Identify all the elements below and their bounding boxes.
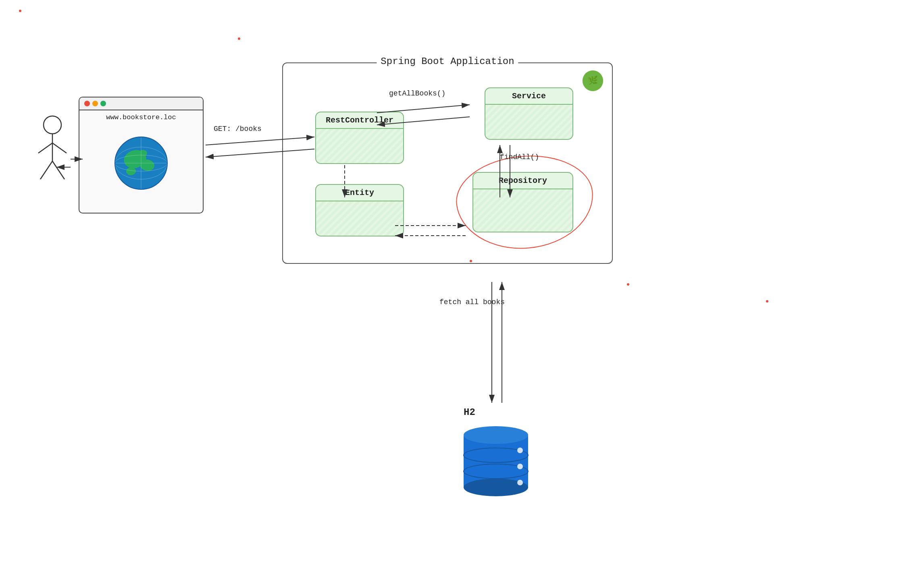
service-body — [485, 105, 572, 139]
entity-body — [316, 201, 403, 236]
svg-line-3 — [52, 143, 67, 153]
diagram-container: www.bookstore.loc Sp — [0, 0, 924, 572]
svg-line-4 — [40, 161, 52, 179]
browser-url: www.bookstore.loc — [79, 110, 203, 123]
globe-icon — [113, 135, 169, 191]
svg-point-39 — [517, 448, 523, 453]
entity-label: Entity — [316, 185, 403, 201]
browser-close-dot — [84, 101, 90, 106]
find-all-label: findAll() — [500, 153, 539, 161]
get-books-label: GET: /books — [214, 125, 262, 133]
repository-body — [473, 189, 572, 232]
browser-maximize-dot — [100, 101, 106, 106]
browser-titlebar — [79, 97, 203, 110]
svg-point-35 — [464, 426, 528, 444]
svg-point-40 — [517, 464, 523, 469]
repository-label: Repository — [473, 173, 572, 189]
spring-app-box: Spring Boot Application 🌿 RestController… — [282, 62, 613, 264]
rest-controller-box: RestController — [315, 112, 404, 164]
svg-point-41 — [517, 480, 523, 485]
spring-logo: 🌿 — [582, 70, 604, 92]
service-label: Service — [485, 88, 572, 105]
rest-controller-body — [316, 129, 403, 163]
entity-box: Entity — [315, 184, 404, 236]
decorative-dot — [238, 37, 240, 40]
service-box: Service — [485, 87, 573, 140]
browser-window: www.bookstore.loc — [79, 97, 204, 213]
decorative-dot — [627, 283, 629, 286]
fetch-all-books-label: fetch all books — [439, 298, 505, 306]
decorative-dot — [19, 10, 21, 12]
decorative-dot — [766, 300, 768, 303]
repository-box: Repository — [472, 172, 573, 232]
rest-controller-label: RestController — [316, 112, 403, 129]
stick-figure — [34, 113, 71, 193]
get-all-books-label: getAllBooks() — [389, 89, 445, 97]
svg-text:🌿: 🌿 — [588, 75, 598, 85]
svg-point-0 — [44, 116, 61, 134]
h2-label: H2 — [464, 407, 475, 418]
h2-database — [456, 419, 536, 499]
svg-line-2 — [38, 143, 52, 153]
svg-line-5 — [52, 161, 65, 179]
browser-minimize-dot — [92, 101, 98, 106]
spring-app-title: Spring Boot Application — [377, 56, 518, 67]
browser-content — [79, 123, 203, 203]
